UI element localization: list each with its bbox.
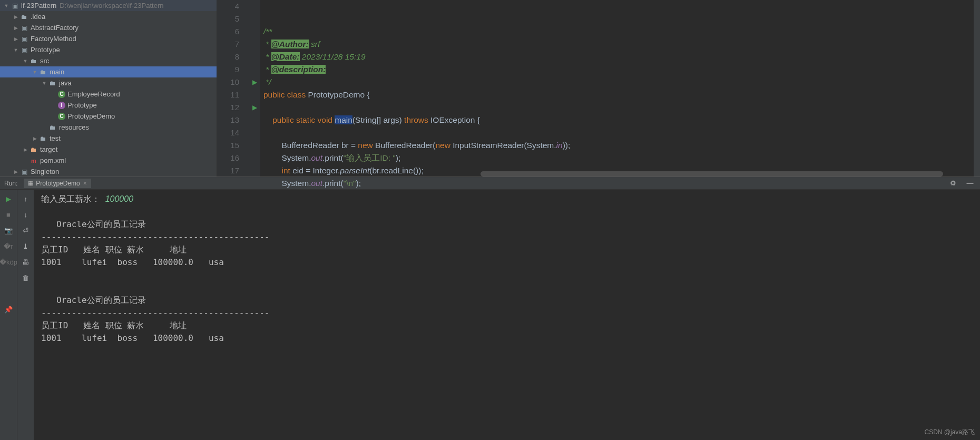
code-editor[interactable]: 4567891011121314151617 ▶▶ /** * @Author:… bbox=[217, 0, 980, 177]
main-method: main bbox=[335, 115, 352, 124]
horizontal-scrollbar[interactable] bbox=[481, 171, 943, 177]
run-tab-icon: ▦ bbox=[28, 180, 33, 187]
chevron-icon[interactable] bbox=[51, 102, 57, 109]
tree-item-test[interactable]: ▶🖿test bbox=[0, 133, 217, 144]
tree-item-main[interactable]: ▼🖿main bbox=[0, 66, 217, 77]
exit-icon[interactable]: �köp bbox=[3, 256, 14, 268]
gear-icon[interactable]: ⚙ bbox=[947, 178, 959, 189]
chevron-icon[interactable]: ▶ bbox=[13, 25, 19, 31]
chevron-icon[interactable] bbox=[51, 113, 57, 120]
chevron-icon[interactable]: ▼ bbox=[22, 58, 28, 64]
close-icon[interactable]: × bbox=[83, 180, 87, 187]
rerun-icon[interactable]: ▶ bbox=[3, 193, 14, 204]
pin-icon[interactable]: 📌 bbox=[3, 304, 14, 315]
run-gutter[interactable]: ▶▶ bbox=[249, 0, 260, 177]
tree-item-employeerecord[interactable]: CEmployeeRecord bbox=[0, 89, 217, 100]
editor-scrollbar[interactable] bbox=[974, 0, 980, 177]
up-icon[interactable]: ↑ bbox=[20, 193, 32, 204]
tree-item-prototypedemo[interactable]: CPrototypeDemo bbox=[0, 111, 217, 122]
tree-item--idea[interactable]: ▶🖿.idea bbox=[0, 11, 217, 22]
doc-tag-author: @Author: bbox=[271, 40, 309, 48]
run-toolbar-2: ↑ ↓ ⏎ ⤓ 🖶 🗑 bbox=[17, 190, 34, 440]
run-toolbar-left: ▶ ■ 📷 �ז �köp 📌 bbox=[0, 190, 17, 440]
run-header: Run: ▦ PrototypeDemo × ⚙ — bbox=[0, 177, 980, 190]
tree-item-abstractfactory[interactable]: ▶▣AbstractFactory bbox=[0, 22, 217, 33]
tree-item-target[interactable]: ▶🖿target bbox=[0, 144, 217, 155]
chevron-icon[interactable]: ▼ bbox=[13, 47, 19, 53]
tree-item-factorymethod[interactable]: ▶▣FactoryMethod bbox=[0, 33, 217, 44]
chevron-icon[interactable]: ▼ bbox=[41, 80, 47, 86]
run-gutter-icon[interactable]: ▶ bbox=[249, 101, 260, 114]
chevron-icon[interactable]: ▼ bbox=[32, 69, 38, 75]
chevron-icon[interactable]: ▼ bbox=[3, 3, 9, 9]
tree-item-pom-xml[interactable]: mpom.xml bbox=[0, 155, 217, 166]
chevron-icon[interactable] bbox=[22, 158, 28, 164]
run-tab[interactable]: ▦ PrototypeDemo × bbox=[24, 179, 91, 188]
doc-tag-desc: @description: bbox=[271, 65, 326, 74]
scroll-end-icon[interactable]: ⤓ bbox=[20, 240, 32, 252]
stop-icon[interactable]: ■ bbox=[3, 209, 14, 220]
watermark: CSDN @java路飞 bbox=[924, 428, 975, 437]
minimize-icon[interactable]: — bbox=[964, 178, 976, 189]
tree-item-lf-23pattern[interactable]: ▼▣lf-23PatternD:\wenjian\workspace\lf-23… bbox=[0, 0, 217, 11]
chevron-icon[interactable]: ▶ bbox=[13, 14, 19, 20]
chevron-icon[interactable] bbox=[41, 124, 47, 131]
camera-icon[interactable]: 📷 bbox=[3, 224, 14, 236]
tree-item-java[interactable]: ▼🖿java bbox=[0, 77, 217, 89]
chevron-icon[interactable]: ▶ bbox=[13, 169, 19, 175]
run-panel: Run: ▦ PrototypeDemo × ⚙ — ▶ ■ 📷 �ז �köp… bbox=[0, 177, 980, 440]
tree-item-prototype[interactable]: ▼▣Prototype bbox=[0, 44, 217, 55]
run-gutter-icon[interactable]: ▶ bbox=[249, 76, 260, 89]
code-area[interactable]: /** * @Author: srf * @Date: 2023/11/28 1… bbox=[260, 0, 974, 177]
tree-item-src[interactable]: ▼🖿src bbox=[0, 55, 217, 66]
doc-comment: /** bbox=[263, 27, 272, 36]
chevron-icon[interactable] bbox=[51, 91, 57, 97]
print-icon[interactable]: 🖶 bbox=[20, 256, 32, 268]
layout-icon[interactable]: �ז bbox=[3, 240, 14, 252]
wrap-icon[interactable]: ⏎ bbox=[20, 224, 32, 236]
tree-item-resources[interactable]: 🖿resources bbox=[0, 122, 217, 133]
project-tree[interactable]: ▼▣lf-23PatternD:\wenjian\workspace\lf-23… bbox=[0, 0, 217, 177]
trash-icon[interactable]: 🗑 bbox=[20, 272, 32, 283]
tree-item-singleton[interactable]: ▶▣Singleton bbox=[0, 166, 217, 177]
tree-item-prototype[interactable]: IPrototype bbox=[0, 100, 217, 111]
doc-tag-date: @Date: bbox=[271, 52, 300, 61]
console-output[interactable]: 输入员工薪水： 100000 Oracle公司的员工记录 -----------… bbox=[34, 190, 980, 440]
run-label: Run: bbox=[4, 180, 17, 187]
run-tab-label: PrototypeDemo bbox=[36, 180, 80, 187]
chevron-icon[interactable]: ▶ bbox=[22, 146, 28, 153]
line-gutter: 4567891011121314151617 bbox=[217, 0, 249, 177]
chevron-icon[interactable]: ▶ bbox=[13, 36, 19, 42]
down-icon[interactable]: ↓ bbox=[20, 209, 32, 220]
chevron-icon[interactable]: ▶ bbox=[32, 135, 38, 142]
